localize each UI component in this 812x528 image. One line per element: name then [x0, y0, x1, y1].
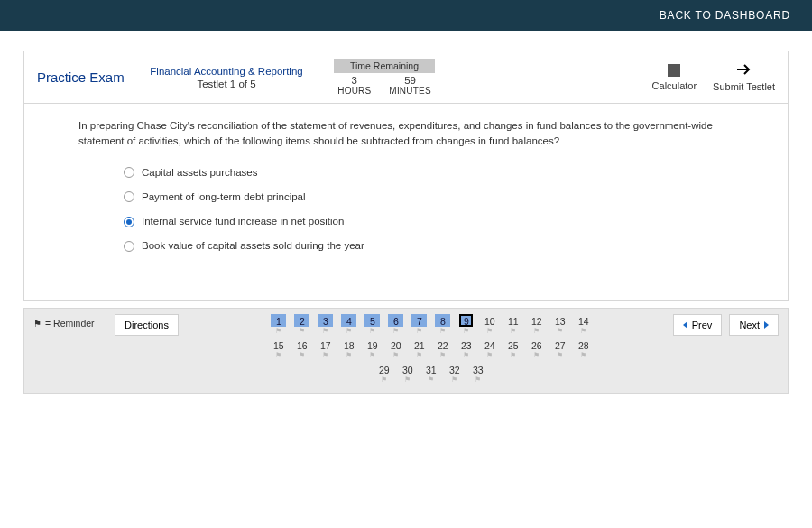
question-number: 24 [482, 338, 497, 351]
question-number: 16 [294, 338, 309, 351]
flag-slot-icon: ⚑ [549, 352, 572, 359]
question-number: 30 [400, 363, 415, 375]
question-cell[interactable]: 23⚑ [455, 338, 478, 359]
flag-icon: ⚑ [33, 319, 42, 329]
question-number: 32 [447, 363, 462, 375]
question-number: 20 [388, 338, 403, 351]
question-number: 23 [458, 338, 474, 351]
question-number: 7 [411, 314, 427, 327]
answer-option[interactable]: Capital assets purchases [124, 161, 734, 185]
answer-option[interactable]: Book value of capital assets sold during… [124, 234, 734, 258]
answer-option[interactable]: Internal service fund increase in net po… [124, 209, 734, 234]
submit-testlet-button[interactable]: Submit Testlet [713, 63, 775, 92]
question-cell[interactable]: 24⚑ [478, 338, 502, 359]
question-number: 17 [318, 338, 333, 351]
calculator-button[interactable]: Calculator [652, 64, 697, 91]
prev-arrow-icon [683, 321, 687, 329]
question-cell[interactable]: 26⚑ [525, 338, 549, 359]
flag-slot-icon: ⚑ [408, 328, 431, 335]
question-text: In preparing Chase City's reconciliation… [78, 118, 734, 150]
question-number: 29 [376, 363, 392, 375]
back-to-dashboard-link[interactable]: BACK TO DASHBOARD [660, 9, 790, 22]
question-cell[interactable]: 7⚑ [408, 314, 431, 335]
question-number: 19 [364, 338, 380, 351]
question-cell[interactable]: 15⚑ [267, 338, 291, 359]
question-cell[interactable]: 29⚑ [373, 363, 396, 384]
question-cell[interactable]: 1⚑ [267, 314, 291, 335]
question-cell[interactable]: 12⚑ [525, 314, 549, 335]
question-cell[interactable]: 18⚑ [337, 338, 361, 359]
question-cell[interactable]: 27⚑ [549, 338, 572, 359]
question-cell[interactable]: 19⚑ [361, 338, 384, 359]
flag-slot-icon: ⚑ [384, 328, 408, 335]
question-number: 5 [364, 314, 380, 327]
question-number: 27 [552, 338, 567, 351]
question-cell[interactable]: 32⚑ [443, 363, 466, 384]
flag-slot-icon: ⚑ [478, 352, 502, 359]
flag-slot-icon: ⚑ [361, 328, 384, 335]
flag-slot-icon: ⚑ [572, 352, 595, 359]
flag-slot-icon: ⚑ [384, 352, 408, 359]
reminder-legend: ⚑ = Reminder [33, 314, 115, 332]
question-cell[interactable]: 20⚑ [384, 338, 408, 359]
question-cell[interactable]: 9⚑ [455, 314, 478, 335]
question-cell[interactable]: 25⚑ [502, 338, 525, 359]
question-cell[interactable]: 4⚑ [337, 314, 361, 335]
question-cell[interactable]: 3⚑ [314, 314, 337, 335]
question-cell[interactable]: 2⚑ [291, 314, 314, 335]
question-cell[interactable]: 14⚑ [572, 314, 595, 335]
flag-slot-icon: ⚑ [572, 328, 595, 335]
flag-slot-icon: ⚑ [337, 328, 361, 335]
question-cell[interactable]: 31⚑ [420, 363, 443, 384]
question-number: 12 [529, 314, 544, 327]
question-number: 11 [505, 314, 521, 327]
question-cell[interactable]: 28⚑ [572, 338, 595, 359]
question-number: 33 [470, 363, 485, 375]
question-number: 6 [388, 314, 403, 327]
prev-label: Prev [692, 320, 713, 330]
question-grid: 1⚑2⚑3⚑4⚑5⚑6⚑7⚑8⚑9⚑10⚑11⚑12⚑13⚑14⚑15⚑16⚑1… [260, 314, 603, 387]
question-panel: In preparing Chase City's reconciliation… [23, 104, 789, 301]
question-number: 21 [411, 338, 427, 351]
question-number: 8 [435, 314, 450, 327]
question-cell[interactable]: 13⚑ [549, 314, 572, 335]
flag-slot-icon: ⚑ [337, 352, 361, 359]
flag-slot-icon: ⚑ [455, 328, 478, 335]
exam-title: Practice Exam [37, 69, 145, 85]
flag-slot-icon: ⚑ [478, 328, 502, 335]
flag-slot-icon: ⚑ [267, 352, 291, 359]
option-label: Capital assets purchases [142, 165, 257, 181]
next-button[interactable]: Next [729, 314, 779, 336]
question-cell[interactable]: 33⚑ [466, 363, 490, 384]
top-bar: BACK TO DASHBOARD [0, 0, 812, 31]
app-window: BACK TO DASHBOARD Practice Exam Financia… [0, 0, 812, 528]
question-cell[interactable]: 16⚑ [291, 338, 314, 359]
question-number: 13 [552, 314, 567, 327]
flag-slot-icon: ⚑ [549, 328, 572, 335]
question-cell[interactable]: 6⚑ [384, 314, 408, 335]
directions-button[interactable]: Directions [115, 314, 179, 336]
radio-icon [124, 241, 134, 252]
question-cell[interactable]: 11⚑ [502, 314, 525, 335]
answer-option[interactable]: Payment of long-term debt principal [124, 185, 734, 209]
question-number: 15 [271, 338, 286, 351]
question-cell[interactable]: 17⚑ [314, 338, 337, 359]
question-number: 18 [341, 338, 356, 351]
flag-slot-icon: ⚑ [502, 328, 525, 335]
question-cell[interactable]: 22⚑ [431, 338, 455, 359]
question-cell[interactable]: 30⚑ [396, 363, 420, 384]
prev-next-group: Prev Next [673, 314, 779, 336]
question-number: 14 [576, 314, 591, 327]
section-block: Financial Accounting & Reporting Testlet… [145, 66, 308, 89]
question-cell[interactable]: 10⚑ [478, 314, 502, 335]
question-cell[interactable]: 5⚑ [361, 314, 384, 335]
flag-slot-icon: ⚑ [431, 328, 455, 335]
radio-icon [124, 191, 134, 202]
prev-button[interactable]: Prev [673, 314, 723, 336]
question-cell[interactable]: 8⚑ [431, 314, 455, 335]
testlet-indicator: Testlet 1 of 5 [145, 79, 308, 89]
question-navigator: ⚑ = Reminder Directions 1⚑2⚑3⚑4⚑5⚑6⚑7⚑8⚑… [23, 308, 789, 394]
content-wrap: Practice Exam Financial Accounting & Rep… [0, 31, 812, 308]
reminder-text: = Reminder [45, 318, 95, 329]
question-cell[interactable]: 21⚑ [408, 338, 431, 359]
